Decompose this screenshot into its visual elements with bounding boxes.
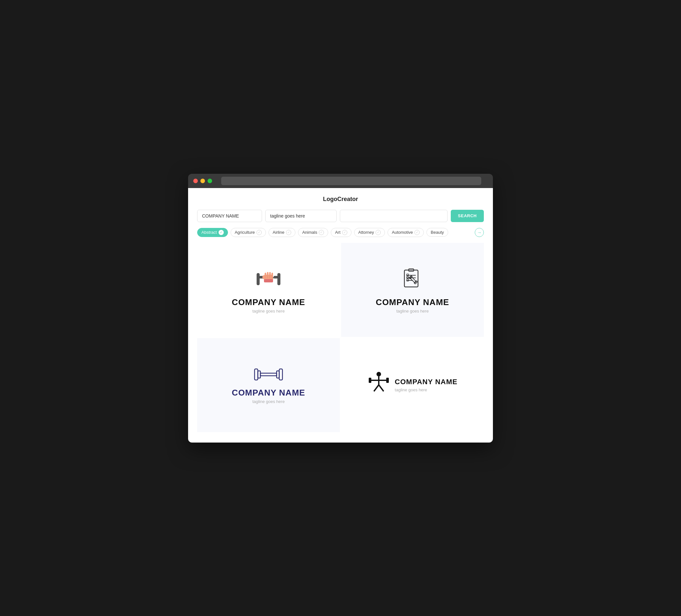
category-label: Animals bbox=[302, 230, 317, 235]
check-icon: ✓ bbox=[414, 230, 420, 235]
check-icon: ✓ bbox=[342, 230, 347, 235]
category-chip-attorney[interactable]: Attorney ✓ bbox=[354, 228, 385, 237]
check-icon: ✓ bbox=[319, 230, 324, 235]
logo-2-tagline: tagline goes here bbox=[396, 309, 429, 313]
check-icon: ✓ bbox=[256, 230, 262, 235]
outline-dumbbell-icon bbox=[254, 366, 283, 383]
logo-card-1[interactable]: COMPANY NAME tagline goes here bbox=[197, 243, 340, 337]
category-label: Automotive bbox=[392, 230, 413, 235]
logo-card-3[interactable]: COMPANY NAME tagline goes here bbox=[197, 338, 340, 432]
search-button[interactable]: SEARCH bbox=[451, 210, 484, 222]
svg-rect-3 bbox=[278, 273, 280, 285]
category-label: Attorney bbox=[358, 230, 374, 235]
logo-4-company-name: COMPANY NAME bbox=[395, 378, 457, 386]
url-bar[interactable] bbox=[221, 177, 481, 185]
category-chip-automotive[interactable]: Automotive ✓ bbox=[387, 228, 424, 237]
logo-1-tagline: tagline goes here bbox=[252, 309, 285, 313]
svg-rect-31 bbox=[279, 369, 282, 380]
maximize-button[interactable] bbox=[207, 179, 212, 183]
category-label: Airline bbox=[273, 230, 284, 235]
colored-dumbbell-icon bbox=[255, 266, 281, 292]
logo-4-inline: COMPANY NAME tagline goes here bbox=[368, 371, 457, 399]
clipboard-tools-icon bbox=[400, 266, 426, 292]
svg-point-32 bbox=[377, 372, 381, 377]
browser-titlebar bbox=[188, 174, 493, 188]
svg-rect-0 bbox=[257, 273, 259, 285]
logo-card-2[interactable]: COMPANY NAME tagline goes here bbox=[341, 243, 484, 337]
logo-1-company-name: COMPANY NAME bbox=[232, 297, 305, 307]
category-chip-abstract[interactable]: Abstract ✓ bbox=[197, 228, 228, 237]
check-icon: ✓ bbox=[376, 230, 381, 235]
close-button[interactable] bbox=[193, 179, 198, 183]
category-chip-agriculture[interactable]: Agriculture ✓ bbox=[231, 228, 266, 237]
tagline-input[interactable] bbox=[265, 210, 336, 222]
app-content: LogoCreator SEARCH Abstract ✓ Agricultur… bbox=[188, 188, 493, 442]
category-label: Beauty bbox=[431, 230, 444, 235]
logo-2-company-name: COMPANY NAME bbox=[376, 297, 449, 307]
figure-dumbbell-icon bbox=[368, 371, 390, 394]
keyword-input[interactable] bbox=[340, 210, 448, 222]
category-chip-animals[interactable]: Animals ✓ bbox=[298, 228, 328, 237]
svg-line-38 bbox=[379, 385, 384, 391]
svg-rect-27 bbox=[255, 369, 258, 380]
logo-4-text: COMPANY NAME tagline goes here bbox=[395, 378, 457, 392]
category-chip-art[interactable]: Art ✓ bbox=[331, 228, 352, 237]
next-categories-button[interactable]: → bbox=[475, 228, 484, 237]
check-icon: ✓ bbox=[286, 230, 291, 235]
category-chip-beauty[interactable]: Beauty bbox=[426, 228, 448, 237]
search-bar: SEARCH bbox=[197, 210, 484, 222]
check-icon: ✓ bbox=[219, 230, 224, 235]
category-bar: Abstract ✓ Agriculture ✓ Airline ✓ Anima… bbox=[197, 228, 484, 237]
app-title: LogoCreator bbox=[197, 196, 484, 203]
svg-rect-29 bbox=[260, 373, 277, 376]
logo-3-tagline: tagline goes here bbox=[252, 399, 285, 404]
minimize-button[interactable] bbox=[200, 179, 205, 183]
svg-rect-2 bbox=[274, 276, 278, 279]
svg-rect-35 bbox=[369, 378, 371, 383]
logo-4-tagline: tagline goes here bbox=[395, 387, 457, 392]
browser-window: LogoCreator SEARCH Abstract ✓ Agricultur… bbox=[188, 174, 493, 442]
logo-grid: COMPANY NAME tagline goes here bbox=[197, 243, 484, 432]
category-label: Art bbox=[335, 230, 340, 235]
svg-point-15 bbox=[262, 275, 265, 279]
company-name-input[interactable] bbox=[197, 210, 262, 222]
logo-3-company-name: COMPANY NAME bbox=[232, 388, 305, 398]
category-label: Agriculture bbox=[235, 230, 255, 235]
svg-rect-36 bbox=[386, 378, 389, 383]
logo-card-4[interactable]: COMPANY NAME tagline goes here bbox=[341, 338, 484, 432]
svg-rect-16 bbox=[404, 270, 418, 287]
category-chip-airline[interactable]: Airline ✓ bbox=[269, 228, 296, 237]
category-label: Abstract bbox=[201, 230, 217, 235]
svg-line-37 bbox=[374, 385, 379, 391]
svg-rect-10 bbox=[264, 279, 273, 282]
